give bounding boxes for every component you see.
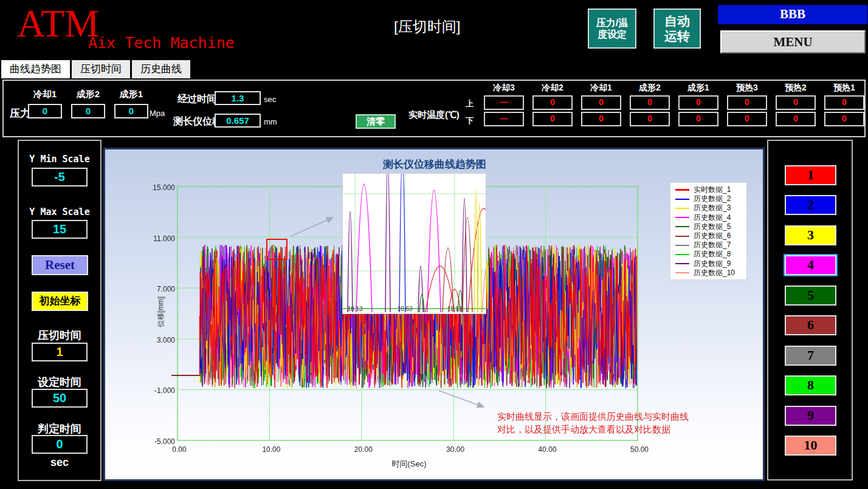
temp-value-lower: 0	[776, 112, 816, 126]
x-tick-label: 0.00	[161, 445, 198, 454]
curve-button-10[interactable]: 10	[785, 436, 836, 456]
legend-swatch	[675, 263, 689, 264]
judge-time-input[interactable]: 0	[32, 435, 88, 454]
pressure-field-group: 冷却10	[24, 89, 66, 118]
temp-value-lower: 0	[581, 112, 621, 126]
hmi-screen: { "header": { "logo": "ATM", "logo_subti…	[0, 0, 868, 489]
legend-item: 历史数据_6	[675, 231, 743, 241]
legend-swatch	[675, 189, 689, 191]
temp-column: 成形200	[630, 83, 670, 126]
station-title-bar: BBB	[718, 5, 867, 24]
curve-button-6[interactable]: 6	[785, 315, 836, 335]
y-max-scale-label: Y Max Scale	[18, 207, 102, 217]
temp-column-header: 成形1	[678, 83, 718, 94]
temp-column: 冷却3——	[484, 83, 524, 126]
page-title: [压切时间]	[394, 17, 460, 36]
legend-swatch	[675, 208, 689, 209]
temp-value-lower: 0	[532, 112, 573, 126]
curve-button-9[interactable]: 9	[785, 406, 836, 426]
curve-button-8[interactable]: 8	[785, 375, 836, 395]
pressure-field-label: 冷却1	[24, 89, 66, 100]
auto-run-label-line2: 运转	[655, 29, 700, 44]
displacement-value: 0.657	[215, 114, 261, 128]
pressure-temp-settings-button[interactable]: 压力/温 度设定	[588, 9, 636, 49]
elapsed-time-label: 经过时间	[177, 93, 216, 106]
pressure-temp-settings-label-line2: 度设定	[589, 29, 635, 40]
legend-item: 历史数据_10	[675, 268, 743, 278]
y-tick-label: 3.000	[139, 336, 175, 344]
chart-legend: 实时数据_1历史数据_2历史数据_3历史数据_4历史数据_5历史数据_6历史数据…	[670, 182, 747, 280]
pressure-unit: Mpa	[150, 109, 165, 118]
realtime-temp-label: 实时温度(℃)	[408, 109, 460, 121]
legend-swatch	[675, 199, 689, 200]
set-time-input[interactable]: 50	[32, 389, 88, 408]
curve-button-3[interactable]: 3	[785, 225, 836, 245]
pressure-field-label: 成形1	[110, 89, 153, 100]
temp-value-upper: —	[484, 95, 524, 110]
pressure-field-value: 0	[71, 104, 105, 118]
curve-button-2[interactable]: 2	[785, 195, 836, 215]
y-tick-label: 7.000	[139, 285, 175, 293]
zoom-inset-plot	[343, 174, 486, 313]
temp-column: 冷却100	[581, 83, 621, 126]
x-tick-label: 50.00	[621, 445, 658, 454]
press-cut-time-input[interactable]: 1	[32, 343, 88, 361]
pressure-field-value: 0	[114, 104, 148, 118]
x-tick-label: 30.00	[437, 445, 474, 454]
chart-title: 测长仪位移曲线趋势图	[313, 157, 556, 171]
legend-swatch	[675, 217, 689, 218]
elapsed-time-unit: sec	[264, 95, 276, 104]
temp-value-lower: —	[484, 112, 524, 126]
temp-row-lower-label: 下	[466, 115, 474, 126]
temp-column-header: 冷却3	[484, 83, 524, 94]
temp-column-header: 成形2	[630, 83, 670, 94]
pressure-field-group: 成形20	[67, 89, 109, 118]
tab-curve-trend[interactable]: 曲线趋势图	[1, 60, 70, 78]
temp-column: 成形100	[678, 83, 718, 126]
curve-button-7[interactable]: 7	[785, 346, 836, 366]
clear-zero-button[interactable]: 清零	[356, 114, 396, 129]
zoom-inset-chart	[342, 173, 486, 314]
legend-item: 实时数据_1	[675, 185, 743, 194]
curve-button-5[interactable]: 5	[785, 286, 836, 306]
tab-bar: 曲线趋势图压切时间历史曲线	[1, 60, 190, 78]
tab-press-time[interactable]: 压切时间	[72, 60, 130, 78]
displacement-unit: mm	[264, 117, 277, 126]
legend-swatch	[675, 226, 689, 227]
y-tick-label: -5.000	[139, 437, 175, 446]
legend-swatch	[675, 236, 689, 237]
temp-value-upper: 0	[630, 95, 670, 110]
temp-value-upper: 0	[824, 95, 864, 110]
x-tick-label: 10.00	[253, 445, 289, 454]
chart-annotation-line1: 实时曲线显示，该画面提供历史曲线与实时曲线	[497, 411, 689, 423]
y-min-scale-label: Y Min Scale	[18, 154, 102, 165]
zoom-selection-rect[interactable]	[266, 239, 288, 260]
inset-x-tick-label: 10.63	[393, 306, 417, 312]
tab-history-curve[interactable]: 历史曲线	[132, 60, 190, 78]
init-coordinates-button[interactable]: 初始坐标	[32, 292, 88, 311]
temp-value-upper: 0	[532, 95, 573, 110]
y-min-scale-input[interactable]: -5	[32, 168, 88, 186]
menu-button[interactable]: MENU	[720, 30, 866, 53]
temp-value-upper: 0	[581, 95, 621, 110]
reset-button[interactable]: Reset	[32, 255, 88, 275]
curve-button-4[interactable]: 4	[785, 255, 836, 275]
temp-column: 预热300	[727, 83, 767, 126]
set-time-label: 设定时间	[18, 375, 102, 389]
legend-item: 历史数据_7	[675, 241, 743, 250]
time-unit-label: sec	[18, 456, 102, 469]
y-max-scale-input[interactable]: 15	[32, 220, 88, 239]
auto-run-button[interactable]: 自动 运转	[653, 9, 701, 49]
temp-value-lower: 0	[678, 112, 718, 126]
x-axis-title: 时间(Sec)	[373, 459, 446, 470]
x-tick-label: 20.00	[345, 445, 382, 454]
temp-column: 预热100	[824, 83, 864, 126]
pressure-temp-settings-label-line1: 压力/温	[589, 17, 635, 29]
curve-button-1[interactable]: 1	[785, 165, 836, 185]
temp-column-header: 预热2	[776, 83, 816, 94]
pressure-field-value: 0	[28, 104, 62, 118]
y-tick-label: -1.000	[139, 386, 175, 395]
temp-value-lower: 0	[630, 112, 670, 126]
legend-swatch	[675, 272, 689, 273]
temp-column-header: 冷却1	[581, 83, 621, 94]
